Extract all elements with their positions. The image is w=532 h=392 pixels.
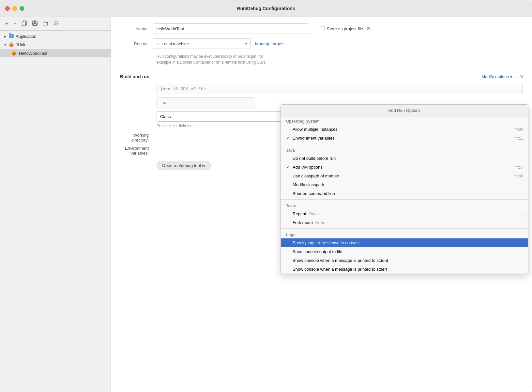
fork-mode-label: Fork mode None [293, 220, 522, 225]
menu-item-show-console-stdout[interactable]: Show console when a message is printed t… [281, 256, 528, 265]
logs-section-label: Logs [281, 230, 528, 238]
use-classpath-shortcut: ^⌥O [513, 174, 523, 178]
build-run-section-header: Build and run Modify options ▾ ⌥M [120, 74, 523, 79]
manage-targets-link[interactable]: Manage targets... [255, 41, 288, 46]
java-keyword: java 16 SDK of 'He [160, 87, 206, 92]
title-bar: Run/Debug Configurations [0, 0, 532, 17]
junit-icon [8, 42, 14, 48]
menu-item-fork-mode[interactable]: Fork mode None › [281, 218, 528, 227]
menu-item-env-variables[interactable]: ✓ Environment variables ^⌥E [281, 134, 528, 143]
repeat-arrow-icon: › [522, 212, 523, 216]
modify-classpath-label: Modify classpath [293, 182, 523, 187]
right-panel: Name: Store as project file ⚙ Run on: ⌂ … [111, 17, 532, 392]
repeat-secondary: Once [308, 211, 319, 216]
menu-item-repeat[interactable]: Repeat Once › [281, 209, 528, 218]
sort-icon [53, 21, 58, 27]
java-section-label: Java [281, 145, 528, 154]
modify-options-shortcut: ⌥M [515, 74, 523, 79]
ea-input[interactable] [157, 98, 254, 108]
chevron-small-icon: ▾ [510, 74, 512, 79]
allow-multiple-shortcut: ^⌥U [514, 127, 523, 132]
add-vm-label: Add VM options [293, 165, 514, 170]
menu-item-specify-logs[interactable]: Specify logs to be shown in console [281, 238, 528, 247]
os-section-label: Operating System [281, 116, 528, 125]
java-sdk-field[interactable]: java 16 SDK of 'He [157, 84, 523, 94]
menu-item-show-console-stderr[interactable]: Show console when a message is printed t… [281, 265, 528, 274]
sidebar-item-helloworldtest-label: HelloWorldTest [19, 51, 47, 56]
open-tool-window-button[interactable]: Open run/debug tool w [157, 161, 211, 170]
tests-section-label: Tests [281, 201, 528, 209]
show-console-stdout-label: Show console when a message is printed t… [293, 258, 523, 263]
run-config-hint-line1: Run configurations may be executed local… [157, 53, 523, 59]
fork-mode-arrow-icon: › [522, 221, 523, 225]
menu-item-save-console-output[interactable]: Save console output to file [281, 247, 528, 256]
menu-item-shorten-cmdline[interactable]: Shorten command line [281, 189, 528, 198]
menu-item-add-vm-options[interactable]: ✓ Add VM options ^⌥V [281, 163, 528, 172]
modify-options-label: Modify options [481, 74, 509, 79]
name-label: Name: [120, 26, 153, 31]
sidebar-item-application[interactable]: ▶ Application [0, 32, 111, 40]
add-vm-check: ✓ [286, 165, 293, 170]
sidebar-toolbar: + − [0, 17, 111, 31]
close-button[interactable] [5, 6, 10, 11]
plus-icon: + [5, 21, 8, 27]
sort-button[interactable] [52, 20, 60, 28]
run-on-label: Run on: [120, 41, 153, 46]
specify-logs-label: Specify logs to be shown in console [293, 240, 523, 245]
remove-configuration-button[interactable]: − [12, 20, 18, 27]
run-config-hint-line2: example in a Docker Container or on a re… [157, 59, 523, 65]
sidebar-item-junit[interactable]: ▼ JUnit [0, 40, 111, 49]
do-not-build-label: Do not build before run [293, 156, 523, 161]
allow-multiple-label: Allow multiple instances [293, 127, 514, 132]
copy-configuration-button[interactable] [21, 20, 28, 28]
window: Run/Debug Configurations + − [0, 0, 532, 392]
repeat-label: Repeat Once [293, 211, 522, 216]
shorten-cmdline-label: Shorten command line [293, 191, 523, 196]
application-folder-icon [8, 33, 14, 39]
menu-item-allow-multiple[interactable]: Allow multiple instances ^⌥U [281, 125, 528, 134]
svg-rect-4 [33, 23, 37, 25]
sidebar-item-junit-label: JUnit [16, 42, 25, 47]
svg-rect-3 [34, 21, 36, 23]
working-directory-label: Working directory: [120, 133, 153, 143]
run-on-dropdown[interactable]: ⌂ Local machine ▾ [153, 38, 251, 49]
sidebar-item-helloworldtest[interactable]: HelloWorldTest [0, 49, 111, 57]
folder-button[interactable] [41, 20, 49, 28]
minus-icon: − [13, 21, 16, 27]
menu-item-modify-classpath[interactable]: Modify classpath [281, 180, 528, 189]
class-label: Class [160, 114, 171, 119]
env-variables-shortcut: ^⌥E [514, 136, 523, 141]
minimize-button[interactable] [12, 6, 17, 11]
maximize-button[interactable] [20, 6, 24, 11]
run-on-row: Run on: ⌂ Local machine ▾ Manage targets… [120, 38, 523, 49]
save-icon [32, 21, 38, 27]
sidebar-tree: ▶ Application ▼ JUnit [0, 31, 111, 392]
section-divider-3 [281, 228, 528, 229]
folder-icon [43, 21, 48, 27]
section-divider [120, 70, 523, 70]
java-sdk-row: java 16 SDK of 'He [157, 84, 523, 94]
use-classpath-label: Use classpath of module [293, 173, 513, 178]
menu-item-use-classpath[interactable]: Use classpath of module ^⌥O [281, 172, 528, 180]
main-content: + − [0, 17, 532, 392]
menu-item-do-not-build[interactable]: Do not build before run [281, 154, 528, 163]
chevron-right-icon: ▶ [3, 34, 8, 39]
window-title: Run/Debug Configurations [237, 6, 295, 11]
section-divider-1 [281, 144, 528, 144]
run-on-value: Local machine [161, 41, 243, 46]
run-config-hint: Run configurations may be executed local… [157, 53, 523, 65]
junit-item-icon [12, 50, 18, 56]
name-input[interactable] [153, 23, 309, 34]
add-configuration-button[interactable]: + [4, 20, 9, 27]
store-project-checkbox[interactable] [320, 26, 325, 31]
gear-icon[interactable]: ⚙ [366, 26, 371, 31]
dropdown-chevron-icon: ▾ [245, 42, 247, 46]
save-configuration-button[interactable] [31, 20, 39, 28]
fork-mode-secondary: None [314, 220, 326, 225]
modify-options-button[interactable]: Modify options ▾ ⌥M [481, 74, 523, 79]
env-variables-label: Environment variables [293, 136, 514, 141]
store-project-row: Store as project file ⚙ [320, 26, 371, 31]
store-project-label: Store as project file [327, 26, 363, 31]
build-run-title: Build and run [120, 74, 149, 79]
chevron-down-icon: ▼ [3, 42, 8, 47]
